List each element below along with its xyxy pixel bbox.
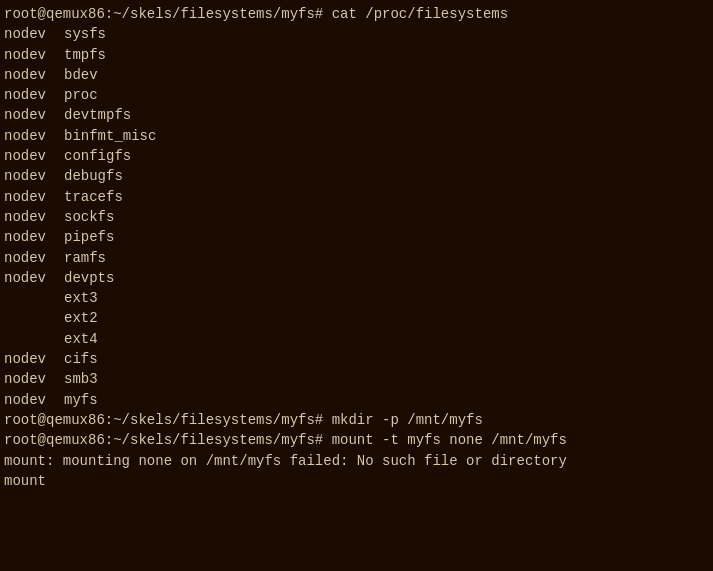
line-tmpfs: nodevtmpfs — [4, 45, 709, 65]
line-smb3: nodevsmb3 — [4, 369, 709, 389]
mkdir-prompt-text: root@qemux86:~/skels/filesystems/myfs# m… — [4, 412, 483, 428]
mount-prompt-text: root@qemux86:~/skels/filesystems/myfs# m… — [4, 432, 567, 448]
line-configfs: nodevconfigfs — [4, 146, 709, 166]
line-partial: mount — [4, 471, 709, 491]
line-sockfs: nodevsockfs — [4, 207, 709, 227]
line-devtmpfs: nodevdevtmpfs — [4, 105, 709, 125]
line-ext4: ext4 — [4, 329, 709, 349]
line-bdev: nodevbdev — [4, 65, 709, 85]
line-cifs: nodevcifs — [4, 349, 709, 369]
line-proc: nodevproc — [4, 85, 709, 105]
line-cat-proc: root@qemux86:~/skels/filesystems/myfs# c… — [4, 4, 709, 24]
line-ext3: ext3 — [4, 288, 709, 308]
line-mkdir-prompt: root@qemux86:~/skels/filesystems/myfs# m… — [4, 410, 709, 430]
line-binfmt: nodevbinfmt_misc — [4, 126, 709, 146]
line-devpts: nodevdevpts — [4, 268, 709, 288]
line-ramfs: nodevramfs — [4, 248, 709, 268]
line-pipefs: nodevpipefs — [4, 227, 709, 247]
line-sysfs: nodevsysfs — [4, 24, 709, 44]
prompt-text: root@qemux86:~/skels/filesystems/myfs# c… — [4, 6, 508, 22]
line-myfs: nodevmyfs — [4, 390, 709, 410]
line-tracefs: nodevtracefs — [4, 187, 709, 207]
line-debugfs: nodevdebugfs — [4, 166, 709, 186]
mount-error-text: mount: mounting none on /mnt/myfs failed… — [4, 453, 567, 469]
partial-line-text: mount — [4, 473, 46, 489]
terminal: root@qemux86:~/skels/filesystems/myfs# c… — [0, 0, 713, 571]
line-mount-error: mount: mounting none on /mnt/myfs failed… — [4, 451, 709, 471]
line-ext2: ext2 — [4, 308, 709, 328]
line-mount-prompt: root@qemux86:~/skels/filesystems/myfs# m… — [4, 430, 709, 450]
